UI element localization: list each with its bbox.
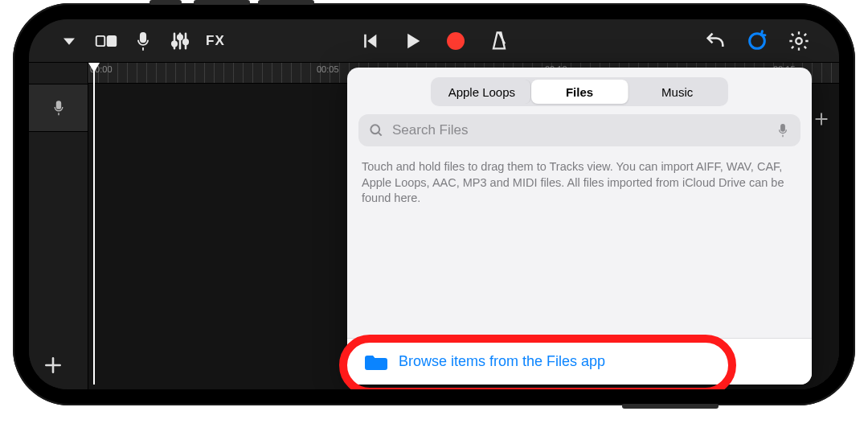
transport-controls — [358, 30, 510, 52]
toolbar: FX — [29, 19, 839, 63]
folder-icon — [365, 353, 387, 371]
metronome-button[interactable] — [488, 30, 510, 52]
toolbar-left: FX — [58, 30, 225, 52]
power-button-hw — [622, 404, 719, 409]
svg-point-7 — [371, 125, 379, 134]
search-icon — [368, 122, 384, 138]
browse-files-row[interactable]: Browse items from the Files app — [347, 338, 812, 385]
svg-rect-1 — [108, 35, 117, 45]
fx-button[interactable]: FX — [206, 33, 225, 49]
home-indicator[interactable] — [362, 380, 506, 385]
microphone-icon — [50, 99, 68, 117]
search-input[interactable] — [392, 122, 767, 138]
search-field[interactable] — [358, 114, 800, 146]
volume-up-hw — [194, 0, 250, 5]
svg-rect-0 — [96, 35, 105, 45]
rewind-button[interactable] — [358, 30, 380, 52]
add-track-button[interactable] — [40, 352, 66, 378]
loop-browser-popover: Apple Loops Files Music Touch and hold f… — [347, 68, 812, 385]
help-text: Touch and hold files to drag them to Tra… — [347, 154, 812, 207]
phone-frame: FX — [13, 3, 855, 405]
search-wrap — [347, 114, 812, 154]
tab-apple-loops[interactable]: Apple Loops — [433, 80, 531, 104]
svg-point-4 — [183, 39, 188, 44]
ruler-mark: 00:05 — [317, 64, 339, 74]
toolbar-right — [704, 30, 810, 52]
tab-music[interactable]: Music — [628, 80, 726, 104]
volume-down-hw — [258, 0, 314, 5]
playhead[interactable] — [88, 63, 100, 84]
screen: FX — [29, 19, 839, 389]
view-toggle-button[interactable] — [95, 30, 117, 52]
play-button[interactable] — [401, 30, 424, 52]
source-segmented-control: Apple Loops Files Music — [431, 77, 728, 106]
add-region-button[interactable] — [812, 109, 831, 129]
svg-point-2 — [172, 41, 177, 46]
svg-point-6 — [796, 38, 801, 43]
record-button[interactable] — [444, 30, 467, 52]
browse-files-label: Browse items from the Files app — [399, 353, 605, 370]
settings-button[interactable] — [788, 30, 810, 52]
silence-switch — [149, 0, 182, 5]
dictation-icon[interactable] — [775, 122, 791, 138]
microphone-icon[interactable] — [132, 30, 154, 52]
loop-browser-button[interactable] — [746, 30, 768, 52]
undo-button[interactable] — [704, 30, 727, 52]
svg-point-3 — [178, 35, 182, 39]
popover-tabs: Apple Loops Files Music — [347, 68, 812, 114]
tab-files[interactable]: Files — [531, 80, 629, 104]
track-controls-button[interactable] — [169, 30, 191, 52]
track-header-audio[interactable] — [29, 84, 88, 132]
tracks-menu-button[interactable] — [58, 30, 80, 52]
track-headers-column — [29, 63, 88, 389]
